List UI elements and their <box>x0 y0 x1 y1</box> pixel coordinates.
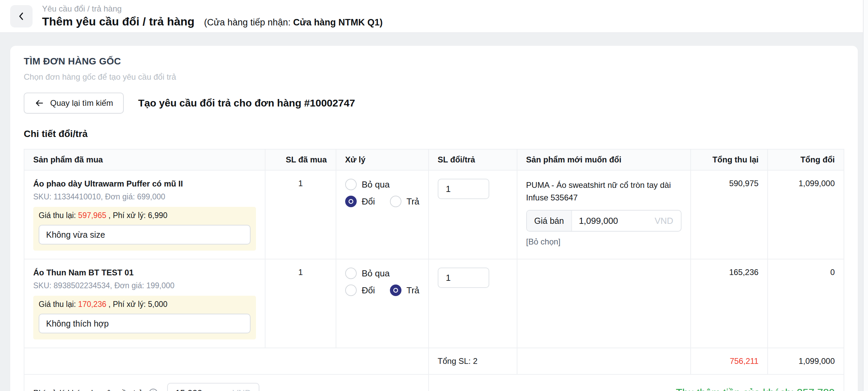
sale-price-input[interactable] <box>572 216 655 226</box>
product-cell: Áo Thun Nam BT TEST 01 SKU: 893850223453… <box>24 259 265 348</box>
scrollbar[interactable] <box>863 0 868 391</box>
radio-return-circle[interactable] <box>390 196 401 207</box>
exchange-table: Sản phẩm đã mua SL đã mua Xử lý SL đổi/t… <box>24 149 844 391</box>
total-refund-value: 165,236 <box>691 259 768 348</box>
summary-spacer <box>24 348 429 375</box>
currency-label: VND <box>233 388 259 391</box>
breadcrumb: Yêu cầu đổi / trả hàng <box>42 4 382 14</box>
product-sku: SKU: 8938502234534, Đơn giá: 199,000 <box>33 281 256 290</box>
arrow-left-icon <box>35 98 44 108</box>
currency-label: VND <box>655 216 681 226</box>
total-refund-value: 590,975 <box>691 171 768 259</box>
summary-total-refund: 756,211 <box>691 348 768 375</box>
info-circle-icon[interactable] <box>148 388 158 391</box>
sale-price-label: Giá bán <box>527 211 572 231</box>
section-title: TÌM ĐƠN HÀNG GỐC <box>24 56 844 67</box>
fee-label: Phí xử lý khác cho yêu cầu trả <box>33 388 143 391</box>
app-header: Yêu cầu đổi / trả hàng Thêm yêu cầu đổi … <box>0 0 868 33</box>
action-cell: Bỏ qua Đổi Trả <box>336 171 429 259</box>
col-total-refund: Tổng thu lại <box>691 150 768 171</box>
refund-info-box: Giá thu lại: 597,965 , Phí xử lý: 6,990 <box>33 207 256 251</box>
col-action: Xử lý <box>336 150 429 171</box>
radio-exchange[interactable]: Đổi <box>345 285 375 296</box>
product-sku: SKU: 11334410010, Đơn giá: 699,000 <box>33 192 256 201</box>
store-note: (Cửa hàng tiếp nhận: Cửa hàng NTMK Q1) <box>204 17 383 28</box>
page-title: Thêm yêu cầu đổi / trả hàng <box>42 15 195 28</box>
order-title: Tạo yêu cầu đổi trả cho đơn hàng #100027… <box>138 97 355 109</box>
refund-amount: 170,236 <box>78 300 106 309</box>
sale-price-group: Giá bán VND <box>526 210 682 232</box>
radio-skip-circle[interactable] <box>345 268 357 279</box>
details-title: Chi tiết đổi/trả <box>24 129 844 139</box>
radio-skip-circle[interactable] <box>345 179 357 190</box>
col-total-exchange: Tổng đổi <box>768 150 844 171</box>
total-exchange-value: 1,099,000 <box>768 171 844 259</box>
qty-change-input[interactable] <box>438 268 489 288</box>
fee-input[interactable] <box>168 388 233 391</box>
qty-change-cell <box>429 171 517 259</box>
col-qty-bought: SL đã mua <box>265 150 336 171</box>
deselect-link[interactable]: [Bỏ chọn] <box>526 237 560 247</box>
refund-line: Giá thu lại: 170,236 , Phí xử lý: 5,000 <box>39 300 251 309</box>
qty-change-cell <box>429 259 517 348</box>
summary-total-exchange: 1,099,000 <box>768 348 844 375</box>
new-product-cell <box>517 259 691 348</box>
new-product-name: PUMA - Áo sweatshirt nữ cổ tròn tay dài … <box>526 179 682 204</box>
fee-cell: Phí xử lý khác cho yêu cầu trả VND <box>24 375 429 391</box>
refund-line: Giá thu lại: 597,965 , Phí xử lý: 6,990 <box>39 211 251 220</box>
product-cell: Áo phao dày Ultrawarm Puffer có mũ II SK… <box>24 171 265 259</box>
refund-info-box: Giá thu lại: 170,236 , Phí xử lý: 5,000 <box>33 296 256 339</box>
qty-bought-value: 1 <box>265 259 336 348</box>
product-name: Áo Thun Nam BT TEST 01 <box>33 268 256 278</box>
qty-change-input[interactable] <box>438 179 489 199</box>
radio-skip[interactable]: Bỏ qua <box>345 179 390 190</box>
col-new-product: Sản phẩm mới muốn đổi <box>517 150 691 171</box>
reason-input[interactable] <box>39 225 251 245</box>
new-product-cell: PUMA - Áo sweatshirt nữ cổ tròn tay dài … <box>517 171 691 259</box>
fee-input-group: VND <box>167 383 259 391</box>
qty-bought-value: 1 <box>265 171 336 259</box>
radio-return-circle[interactable] <box>390 285 401 296</box>
radio-return[interactable]: Trả <box>390 285 419 296</box>
find-order-card: TÌM ĐƠN HÀNG GỐC Chọn đơn hàng gốc để tạ… <box>10 46 858 391</box>
back-to-search-button[interactable]: Quay lại tìm kiếm <box>24 93 124 114</box>
refund-amount: 597,965 <box>78 211 106 220</box>
summary-spacer <box>517 348 691 375</box>
summary-total-qty: Tổng SL: 2 <box>429 348 517 375</box>
action-cell: Bỏ qua Đổi Trả <box>336 259 429 348</box>
radio-exchange-circle[interactable] <box>345 196 357 207</box>
total-exchange-value: 0 <box>768 259 844 348</box>
radio-return[interactable]: Trả <box>390 196 419 207</box>
radio-skip[interactable]: Bỏ qua <box>345 268 390 279</box>
store-name: Cửa hàng NTMK Q1 <box>293 17 379 27</box>
col-product-bought: Sản phẩm đã mua <box>24 150 265 171</box>
extra-charge-text: Thu thêm tiền của khách: 357,789 <box>429 375 844 391</box>
reason-input[interactable] <box>39 314 251 333</box>
back-to-search-label: Quay lại tìm kiếm <box>50 98 113 108</box>
back-button[interactable] <box>10 5 33 27</box>
col-qty-change: SL đổi/trả <box>429 150 517 171</box>
chevron-left-icon <box>16 11 27 22</box>
product-name: Áo phao dày Ultrawarm Puffer có mũ II <box>33 179 256 189</box>
radio-exchange[interactable]: Đổi <box>345 196 375 207</box>
radio-exchange-circle[interactable] <box>345 285 357 296</box>
section-subtitle: Chọn đơn hàng gốc để tạo yêu cầu đổi trả <box>24 72 844 82</box>
